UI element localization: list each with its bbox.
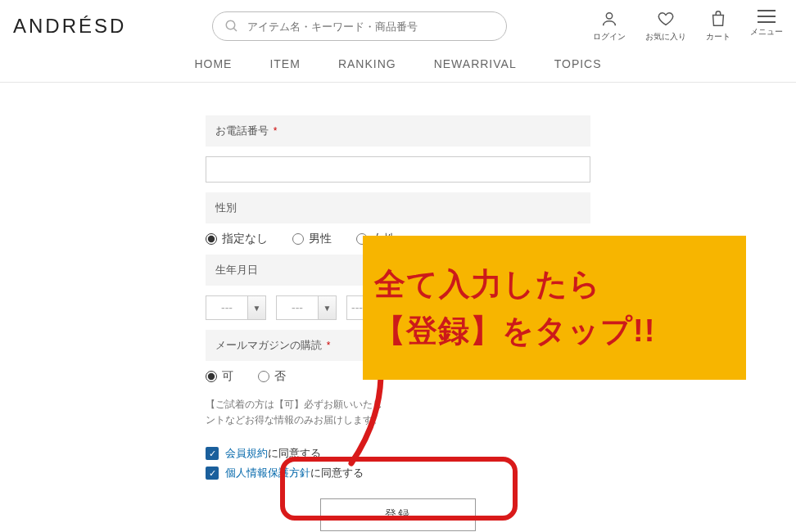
- nav-item[interactable]: ITEM: [269, 57, 300, 70]
- search-box[interactable]: [212, 11, 507, 41]
- phone-section-head: お電話番号 *: [206, 115, 590, 147]
- svg-point-0: [226, 20, 235, 29]
- bag-icon: [709, 10, 727, 28]
- chevron-down-icon: ▼: [248, 295, 266, 320]
- svg-line-1: [233, 28, 237, 31]
- newsletter-option-yes[interactable]: 可: [206, 369, 233, 384]
- site-logo[interactable]: ANDRÉSD: [13, 15, 126, 38]
- menu-label: メニュー: [750, 26, 783, 38]
- agree-privacy-checkbox[interactable]: ✓: [206, 467, 219, 480]
- gender-radio-none[interactable]: [206, 233, 217, 245]
- heart-icon: [657, 10, 675, 28]
- gender-label: 性別: [215, 201, 237, 214]
- newsletter-note: 【ご試着の方は【可】必ずお願いいたし ントなどお得な情報のみお届けします。: [206, 397, 590, 428]
- login-label: ログイン: [593, 31, 626, 43]
- cart-label: カート: [706, 31, 730, 43]
- gender-option-male[interactable]: 男性: [292, 232, 332, 246]
- nav-home[interactable]: HOME: [194, 57, 232, 70]
- main-nav: HOME ITEM RANKING NEWARRIVAL TOPICS: [0, 49, 796, 82]
- search-icon: [224, 19, 239, 34]
- newsletter-label: メールマガジンの購読: [215, 339, 322, 351]
- header-icons: ログイン お気に入り カート メニュー: [593, 10, 783, 43]
- annotation-callout: 全て入力したら 【登録】をタップ!!: [363, 236, 746, 380]
- annotation-line2: 【登録】をタップ!!: [374, 310, 735, 352]
- chevron-down-icon: ▼: [319, 295, 337, 320]
- favorite-label: お気に入り: [645, 31, 686, 43]
- gender-option-none[interactable]: 指定なし: [206, 232, 268, 246]
- agree-privacy-row: ✓ 個人情報保護方針に同意する: [206, 466, 590, 480]
- terms-link[interactable]: 会員規約: [225, 447, 268, 459]
- menu-button[interactable]: メニュー: [750, 10, 783, 38]
- nav-ranking[interactable]: RANKING: [338, 57, 396, 70]
- newsletter-option-no[interactable]: 否: [258, 369, 286, 384]
- newsletter-radio-no[interactable]: [258, 371, 269, 382]
- search-input[interactable]: [247, 20, 495, 33]
- annotation-line1: 全て入力したら: [374, 264, 735, 305]
- nav-newarrival[interactable]: NEWARRIVAL: [434, 57, 517, 70]
- dob-year-select[interactable]: ---▼: [206, 295, 266, 320]
- submit-button[interactable]: 登録: [320, 498, 476, 531]
- required-mark: *: [327, 340, 331, 351]
- menu-icon: [758, 10, 776, 23]
- agreement-block: ✓ 会員規約に同意する ✓ 個人情報保護方針に同意する: [206, 446, 590, 480]
- phone-input[interactable]: [206, 156, 590, 183]
- phone-label: お電話番号: [215, 124, 269, 137]
- agree-terms-row: ✓ 会員規約に同意する: [206, 446, 590, 461]
- newsletter-radio-yes[interactable]: [206, 371, 217, 382]
- privacy-link[interactable]: 個人情報保護方針: [225, 467, 310, 479]
- required-mark: *: [274, 125, 278, 137]
- gender-radio-male[interactable]: [292, 233, 304, 245]
- agree-terms-checkbox[interactable]: ✓: [206, 447, 219, 460]
- dob-month-select[interactable]: ---▼: [276, 295, 337, 320]
- dob-label: 生年月日: [215, 264, 258, 276]
- login-link[interactable]: ログイン: [593, 10, 626, 43]
- favorite-link[interactable]: お気に入り: [645, 10, 686, 43]
- site-header: ANDRÉSD ログイン お気に入り カート メニュー: [0, 0, 796, 49]
- gender-section-head: 性別: [206, 192, 590, 223]
- user-icon: [600, 10, 618, 28]
- svg-point-2: [606, 13, 612, 19]
- nav-topics[interactable]: TOPICS: [554, 57, 602, 70]
- cart-link[interactable]: カート: [706, 10, 730, 43]
